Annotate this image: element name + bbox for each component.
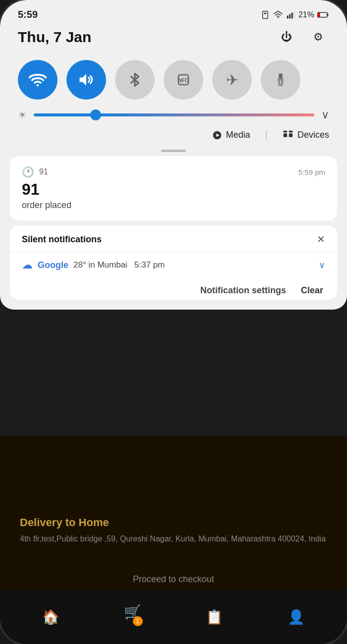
date-display: Thu, 7 Jan xyxy=(18,29,91,46)
notif-header: 🕐 91 5:59 pm xyxy=(22,166,325,178)
status-icons: 21% xyxy=(261,10,329,19)
panel-handle xyxy=(0,148,347,156)
silent-notifications-card: Silent notifications ✕ ☁ Google 28° in M… xyxy=(10,225,337,300)
notif-title: 91 xyxy=(22,181,325,198)
notif-body: order placed xyxy=(22,200,325,211)
media-devices-row: Media | Devices xyxy=(0,126,347,148)
clear-button[interactable]: Clear xyxy=(301,285,323,296)
sound-toggle-icon xyxy=(77,71,95,89)
battery-percent: 21% xyxy=(298,10,314,19)
svg-rect-22 xyxy=(289,130,292,132)
svg-rect-14 xyxy=(279,74,283,79)
battery-icon xyxy=(317,11,329,18)
svg-rect-8 xyxy=(327,13,328,16)
google-weather-icon: ☁ xyxy=(22,259,33,271)
svg-point-10 xyxy=(37,84,39,87)
wifi-toggle-icon xyxy=(29,71,47,89)
svg-rect-5 xyxy=(291,12,293,18)
airplane-icon: ✈ xyxy=(226,71,238,89)
nfc-toggle[interactable]: NFC xyxy=(164,60,203,100)
media-button[interactable]: Media xyxy=(212,130,250,140)
media-play-icon xyxy=(212,130,222,140)
notification-footer: Notification settings Clear xyxy=(10,278,337,300)
settings-button[interactable]: ⚙ xyxy=(307,26,329,48)
svg-point-2 xyxy=(278,17,279,18)
notif-time: 5:59 pm xyxy=(298,168,325,176)
brightness-slider[interactable] xyxy=(34,113,314,116)
date-actions: ⏻ ⚙ xyxy=(276,26,329,48)
notifications-area: 🕐 91 5:59 pm 91 order placed Silent noti… xyxy=(0,156,347,300)
status-time: 5:59 xyxy=(18,9,38,20)
svg-rect-6 xyxy=(293,11,295,18)
devices-button[interactable]: Devices xyxy=(283,130,329,141)
nav-home[interactable]: 🏠 xyxy=(42,609,59,625)
sound-toggle[interactable] xyxy=(66,60,106,100)
silent-header: Silent notifications ✕ xyxy=(10,225,337,252)
cart-badge: 1 xyxy=(133,616,143,626)
notification-settings-button[interactable]: Notification settings xyxy=(200,285,286,296)
bluetooth-toggle-icon xyxy=(127,72,142,87)
notification-panel: 5:59 xyxy=(0,0,347,310)
delivery-title: Delivery to Home xyxy=(20,516,327,529)
nav-cart[interactable]: 🛒 1 xyxy=(124,604,141,630)
bluetooth-toggle[interactable] xyxy=(115,60,155,100)
phone-frame: Delivery to Home 4th flr,test,Public bri… xyxy=(0,0,347,644)
devices-icon xyxy=(283,130,293,141)
nav-orders[interactable]: 📋 xyxy=(206,609,223,625)
silent-content: 28° in Mumbai 5:37 pm xyxy=(73,260,314,270)
delivery-address: 4th flr,test,Public bridge ,59, Qureshi … xyxy=(20,533,327,545)
main-notification-card: 🕐 91 5:59 pm 91 order placed xyxy=(10,156,337,220)
quick-toggles: NFC ✈ xyxy=(0,56,347,104)
phone-inner: Delivery to Home 4th flr,test,Public bri… xyxy=(0,0,347,644)
flashlight-toggle[interactable] xyxy=(261,60,300,100)
svg-rect-4 xyxy=(289,14,290,18)
devices-label: Devices xyxy=(297,130,329,140)
silent-app-name: Google xyxy=(38,260,68,270)
expand-button[interactable]: ∨ xyxy=(319,260,325,270)
svg-rect-0 xyxy=(263,11,268,18)
date-row: Thu, 7 Jan ⏻ ⚙ xyxy=(0,24,347,56)
wifi-status-icon xyxy=(273,10,284,19)
airplane-toggle[interactable]: ✈ xyxy=(212,60,252,100)
delivery-info: Delivery to Home 4th flr,test,Public bri… xyxy=(20,516,327,545)
handle-bar xyxy=(161,150,186,152)
silent-notification-item: ☁ Google 28° in Mumbai 5:37 pm ∨ xyxy=(10,252,337,278)
brightness-expand-icon[interactable]: ∨ xyxy=(321,108,329,121)
svg-rect-19 xyxy=(284,133,287,137)
app-bottom-nav: 🏠 🛒 1 📋 👤 xyxy=(0,590,347,644)
brightness-row: ☀ ∨ xyxy=(0,104,347,126)
silent-title: Silent notifications xyxy=(22,234,102,245)
proceed-button[interactable]: Proceed to checkout xyxy=(133,574,214,585)
silent-close-button[interactable]: ✕ xyxy=(317,233,325,245)
svg-rect-9 xyxy=(318,13,320,17)
nav-profile[interactable]: 👤 xyxy=(288,609,305,625)
svg-marker-11 xyxy=(80,74,87,86)
flashlight-toggle-icon xyxy=(273,72,288,87)
brightness-thumb[interactable] xyxy=(90,109,101,120)
svg-rect-21 xyxy=(284,130,287,132)
brightness-low-icon: ☀ xyxy=(18,109,27,121)
separator: | xyxy=(265,129,268,141)
notif-app-name: 91 xyxy=(39,167,48,176)
svg-rect-3 xyxy=(287,15,289,18)
sim-icon xyxy=(261,10,270,19)
svg-rect-20 xyxy=(289,133,292,137)
media-label: Media xyxy=(226,130,250,140)
notif-app-icon: 🕐 xyxy=(22,166,34,178)
nfc-toggle-icon: NFC xyxy=(176,72,191,87)
svg-text:NFC: NFC xyxy=(178,78,189,83)
status-bar: 5:59 xyxy=(0,0,347,24)
svg-rect-1 xyxy=(264,12,267,14)
power-button[interactable]: ⏻ xyxy=(276,26,297,48)
wifi-toggle[interactable] xyxy=(18,60,58,100)
signal-icon xyxy=(287,10,295,19)
